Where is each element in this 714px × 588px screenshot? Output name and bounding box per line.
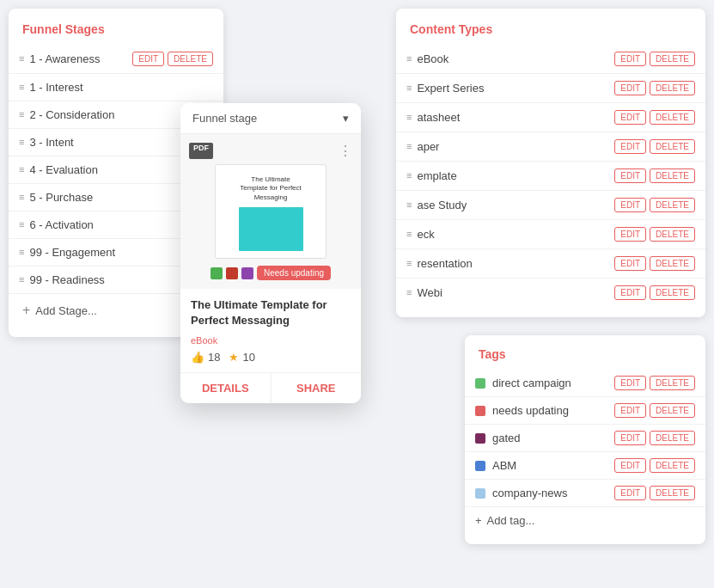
edit-button[interactable]: EDIT xyxy=(614,431,646,445)
edit-button[interactable]: EDIT xyxy=(614,403,646,418)
tag-item: direct campaign EDIT DELETE xyxy=(465,370,705,397)
content-item: ≡ atasheet EDIT DELETE xyxy=(396,103,705,132)
delete-button[interactable]: DELETE xyxy=(650,376,695,390)
content-item: ≡ eBook EDIT DELETE xyxy=(396,45,705,74)
delete-button[interactable]: DELETE xyxy=(650,81,695,95)
card-footer: DETAILS SHARE xyxy=(180,373,361,403)
card-image-area: PDF ⋮ The UltimateTemplate for PerfectMe… xyxy=(180,134,361,289)
tag-color-dot xyxy=(475,433,485,444)
edit-button[interactable]: EDIT xyxy=(132,52,164,66)
drag-icon: ≡ xyxy=(406,171,412,181)
card-doc-image-block xyxy=(239,207,303,251)
edit-button[interactable]: EDIT xyxy=(614,285,646,300)
content-item: ≡ ase Study EDIT DELETE xyxy=(396,191,705,220)
edit-button[interactable]: EDIT xyxy=(614,81,646,95)
funnel-stage-dropdown[interactable]: Funnel stage ▾ xyxy=(180,103,361,134)
card-type: eBook xyxy=(191,335,351,346)
delete-button[interactable]: DELETE xyxy=(650,285,695,300)
card-title: The Ultimate Template for Perfect Messag… xyxy=(191,297,351,328)
card-doc-title: The UltimateTemplate for PerfectMessagin… xyxy=(223,175,319,202)
needs-updating-badge: Needs updating xyxy=(257,266,331,280)
chevron-down-icon: ▾ xyxy=(343,112,349,125)
share-button[interactable]: SHARE xyxy=(272,373,362,403)
delete-button[interactable]: DELETE xyxy=(650,52,695,66)
tag-flag-green xyxy=(211,267,223,279)
tag-label: ABM xyxy=(492,459,516,472)
tag-color-dot xyxy=(475,461,485,471)
edit-button[interactable]: EDIT xyxy=(614,168,646,183)
delete-button[interactable]: DELETE xyxy=(650,403,695,418)
add-tag-label: Add tag... xyxy=(487,514,535,527)
edit-button[interactable]: EDIT xyxy=(614,110,646,125)
funnel-stages-title: Funnel Stages xyxy=(9,22,223,45)
content-item: ≡ aper EDIT DELETE xyxy=(396,132,705,162)
drag-icon: ≡ xyxy=(406,142,412,151)
edit-button[interactable]: EDIT xyxy=(614,198,646,212)
delete-button[interactable]: DELETE xyxy=(650,198,695,212)
delete-button[interactable]: DELETE xyxy=(650,110,695,125)
drag-icon: ≡ xyxy=(19,275,24,285)
delete-button[interactable]: DELETE xyxy=(650,139,695,154)
card-tags-row: Needs updating xyxy=(211,266,331,280)
card-stats: 👍 18 ★ 10 xyxy=(191,351,351,364)
likes-stat: 👍 18 xyxy=(191,351,220,364)
add-tag-button[interactable]: + Add tag... xyxy=(465,507,705,534)
dropdown-label: Funnel stage xyxy=(192,112,257,125)
drag-icon: ≡ xyxy=(406,113,412,122)
stage-item: ≡ 1 - Interest xyxy=(9,74,223,101)
content-label: emplate xyxy=(417,169,456,182)
delete-button[interactable]: DELETE xyxy=(650,458,695,473)
drag-icon: ≡ xyxy=(406,54,412,64)
tag-item: needs updating EDIT DELETE xyxy=(465,397,705,425)
content-item: ≡ Webi EDIT DELETE xyxy=(396,279,705,307)
content-types-title: Content Types xyxy=(396,22,705,45)
drag-icon: ≡ xyxy=(406,259,412,268)
drag-icon: ≡ xyxy=(19,110,24,119)
plus-icon: + xyxy=(22,303,30,318)
delete-button[interactable]: DELETE xyxy=(650,256,695,271)
content-label: ase Study xyxy=(417,199,467,211)
drag-icon: ≡ xyxy=(19,193,24,202)
stage-label: 99 - Readiness xyxy=(29,273,104,286)
edit-button[interactable]: EDIT xyxy=(614,256,646,271)
edit-button[interactable]: EDIT xyxy=(614,376,646,390)
edit-button[interactable]: EDIT xyxy=(614,458,646,473)
drag-icon: ≡ xyxy=(19,165,24,175)
content-types-panel: Content Types ≡ eBook EDIT DELETE ≡ Expe… xyxy=(396,9,705,317)
edit-button[interactable]: EDIT xyxy=(614,486,646,500)
content-label: eBook xyxy=(417,52,449,65)
stage-label: 1 - Interest xyxy=(29,81,82,94)
drag-icon: ≡ xyxy=(406,288,412,297)
card-body: The Ultimate Template for Perfect Messag… xyxy=(180,289,361,373)
drag-icon: ≡ xyxy=(406,230,412,239)
tag-color-dot xyxy=(475,488,485,499)
delete-button[interactable]: DELETE xyxy=(650,168,695,183)
drag-icon: ≡ xyxy=(19,220,24,230)
content-label: resentation xyxy=(417,257,472,270)
add-stage-label: Add Stage... xyxy=(35,304,97,317)
details-button[interactable]: DETAILS xyxy=(180,373,272,403)
content-card-modal: Funnel stage ▾ PDF ⋮ The UltimateTemplat… xyxy=(180,103,361,403)
delete-button[interactable]: DELETE xyxy=(650,431,695,445)
tags-panel: Tags direct campaign EDIT DELETE needs u… xyxy=(465,335,705,544)
more-options-icon[interactable]: ⋮ xyxy=(339,143,352,159)
tag-color-dot xyxy=(475,406,485,416)
delete-button[interactable]: DELETE xyxy=(650,486,695,500)
edit-button[interactable]: EDIT xyxy=(614,139,646,154)
content-label: eck xyxy=(417,228,434,241)
tag-item: gated EDIT DELETE xyxy=(465,425,705,452)
delete-button[interactable]: DELETE xyxy=(650,227,695,242)
delete-button[interactable]: DELETE xyxy=(168,52,213,66)
tag-flag-purple xyxy=(241,267,253,279)
tag-label: gated xyxy=(492,432,521,444)
edit-button[interactable]: EDIT xyxy=(614,52,646,66)
content-item: ≡ Expert Series EDIT DELETE xyxy=(396,74,705,103)
tag-item: company-news EDIT DELETE xyxy=(465,480,705,507)
card-document-preview: The UltimateTemplate for PerfectMessagin… xyxy=(215,164,326,259)
drag-icon: ≡ xyxy=(19,83,24,92)
drag-icon: ≡ xyxy=(406,200,412,210)
drag-icon: ≡ xyxy=(19,248,24,257)
tag-flag-red xyxy=(226,267,238,279)
tag-label: company-news xyxy=(492,487,567,499)
edit-button[interactable]: EDIT xyxy=(614,227,646,242)
